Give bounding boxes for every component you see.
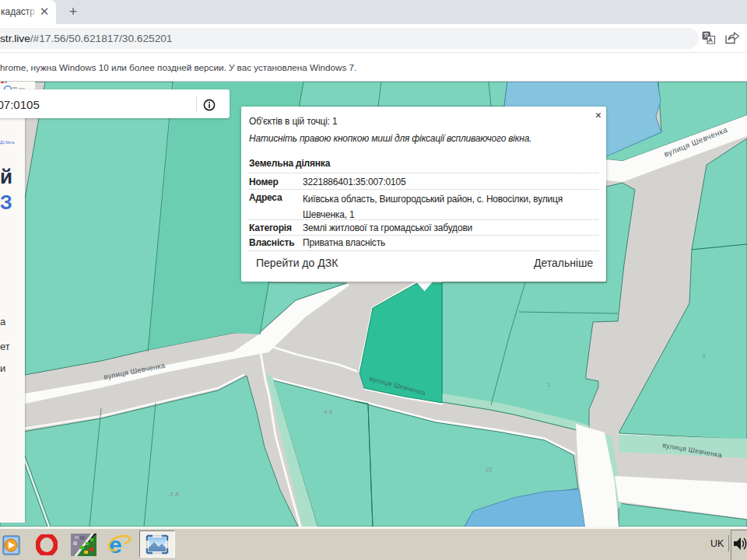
svg-text:22: 22 (486, 466, 493, 473)
svg-text:1: 1 (547, 381, 551, 388)
svg-text:4 б: 4 б (324, 408, 333, 415)
svg-text:2 А: 2 А (170, 491, 180, 498)
svg-text:3: 3 (702, 352, 706, 359)
